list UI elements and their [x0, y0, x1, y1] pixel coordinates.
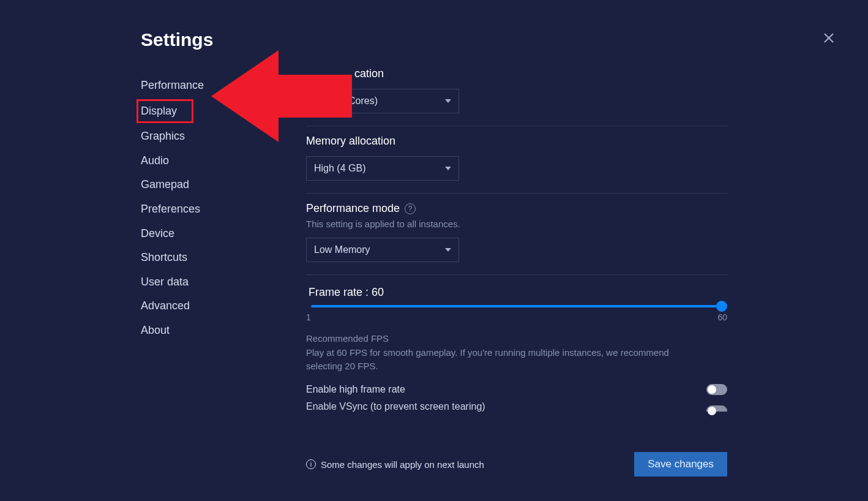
memory-allocation-select[interactable]: High (4 GB)	[306, 156, 459, 181]
high-frame-rate-row: Enable high frame rate	[306, 384, 727, 395]
frame-rate-slider-thumb[interactable]	[716, 301, 727, 312]
memory-allocation-section: Memory allocation High (4 GB)	[306, 126, 727, 194]
vsync-label: Enable VSync (to prevent screen tearing)	[306, 401, 485, 416]
cpu-allocation-title: CPU allocation	[306, 67, 727, 80]
sidebar-item-performance[interactable]: Performance	[141, 73, 306, 98]
frame-rate-min: 1	[306, 312, 311, 322]
vsync-toggle[interactable]	[706, 405, 727, 412]
cpu-allocation-select[interactable]: High (4 Cores)	[306, 89, 459, 113]
sidebar-item-gamepad[interactable]: Gamepad	[141, 173, 306, 197]
chevron-down-icon	[445, 99, 451, 103]
recommended-fps-title: Recommended FPS	[306, 333, 727, 344]
high-frame-rate-label: Enable high frame rate	[306, 384, 405, 395]
info-icon: i	[306, 459, 316, 469]
sidebar-item-device[interactable]: Device	[141, 222, 306, 246]
memory-allocation-title: Memory allocation	[306, 135, 727, 148]
sidebar-item-graphics[interactable]: Graphics	[141, 124, 306, 149]
settings-footer: i Some changes will apply on next launch…	[306, 452, 727, 477]
settings-main: CPU allocation High (4 Cores) Memory all…	[306, 67, 727, 501]
sidebar-item-audio[interactable]: Audio	[141, 149, 306, 173]
save-changes-button[interactable]: Save changes	[634, 452, 727, 477]
recommended-fps-body: Play at 60 FPS for smooth gameplay. If y…	[306, 346, 698, 373]
high-frame-rate-toggle[interactable]	[706, 384, 727, 395]
chevron-down-icon	[445, 248, 451, 252]
performance-mode-subtitle: This setting is applied to all instances…	[306, 219, 727, 229]
frame-rate-range: 1 60	[306, 312, 727, 322]
frame-rate-slider[interactable]	[311, 305, 722, 307]
page-title: Settings	[141, 29, 727, 50]
sidebar-item-advanced[interactable]: Advanced	[141, 294, 306, 318]
frame-rate-label: Frame rate : 60	[306, 286, 727, 299]
chevron-down-icon	[445, 167, 451, 170]
footer-notice: i Some changes will apply on next launch	[306, 459, 484, 470]
close-icon[interactable]	[821, 31, 836, 45]
sidebar-item-display[interactable]: Display	[137, 99, 193, 124]
content-row: Performance Display Graphics Audio Gamep…	[141, 67, 727, 501]
sidebar-item-shortcuts[interactable]: Shortcuts	[141, 246, 306, 270]
performance-mode-select[interactable]: Low Memory	[306, 238, 459, 262]
sidebar-item-preferences[interactable]: Preferences	[141, 197, 306, 222]
settings-dialog: Settings Performance Display Graphics Au…	[0, 0, 868, 501]
vsync-row: Enable VSync (to prevent screen tearing)	[306, 401, 727, 416]
performance-mode-section: Performance mode ? This setting is appli…	[306, 194, 727, 275]
settings-sidebar: Performance Display Graphics Audio Gamep…	[141, 67, 306, 501]
frame-rate-max: 60	[717, 312, 727, 322]
sidebar-item-about[interactable]: About	[141, 318, 306, 343]
performance-mode-title: Performance mode ?	[306, 202, 727, 215]
sidebar-item-user-data[interactable]: User data	[141, 270, 306, 295]
cpu-allocation-section: CPU allocation High (4 Cores)	[306, 67, 727, 126]
frame-rate-section: Frame rate : 60 1 60 Recommended FPS Pla…	[306, 277, 727, 428]
help-icon[interactable]: ?	[405, 203, 416, 214]
